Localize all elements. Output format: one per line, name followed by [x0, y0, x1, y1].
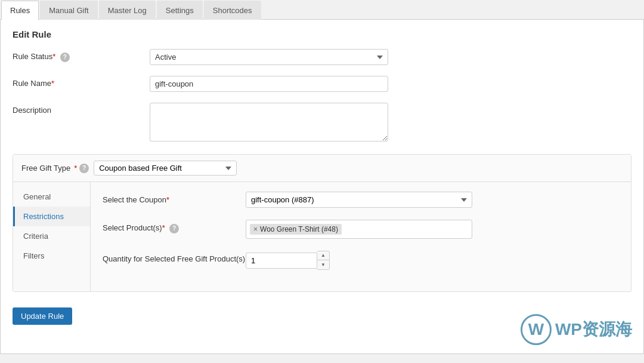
select-coupon-select[interactable]: gift-coupon (#887): [246, 192, 472, 208]
select-products-help-icon[interactable]: ?: [169, 224, 179, 233]
update-rule-button[interactable]: Update Rule: [13, 307, 72, 325]
gift-panel-header: Free Gift Type * ? Coupon based Free Gif…: [13, 155, 631, 182]
sidebar-item-general[interactable]: General: [13, 187, 90, 207]
description-field: [150, 103, 631, 143]
gift-type-help-icon[interactable]: ?: [79, 164, 89, 173]
select-products-label: Select Product(s)* ?: [103, 220, 246, 233]
select-coupon-field: gift-coupon (#887): [246, 192, 619, 208]
rule-status-row: Rule Status* ? Active Inactive: [13, 49, 631, 65]
tabs-bar: Rules Manual Gift Master Log Settings Sh…: [0, 0, 644, 20]
tab-rules[interactable]: Rules: [1, 1, 39, 20]
select-coupon-row: Select the Coupon* gift-coupon (#887): [103, 192, 619, 208]
sidebar-item-filters[interactable]: Filters: [13, 246, 90, 266]
wp-logo: W: [521, 314, 552, 345]
gift-type-label: Free Gift Type: [21, 164, 70, 173]
description-label: Description: [13, 103, 150, 115]
rule-status-label: Rule Status* ?: [13, 49, 150, 62]
tab-settings[interactable]: Settings: [157, 1, 203, 20]
sidebar-item-restrictions[interactable]: Restrictions: [13, 207, 90, 226]
side-nav: General Restrictions Criteria Filters: [13, 182, 91, 291]
content-area: Edit Rule Rule Status* ? Active Inactive…: [0, 20, 644, 354]
qty-field: ▲ ▼: [246, 251, 619, 270]
product-tag-remove[interactable]: ×: [253, 225, 258, 233]
description-textarea[interactable]: [150, 103, 388, 141]
tab-shortcodes[interactable]: Shortcodes: [204, 1, 261, 20]
sidebar-item-criteria[interactable]: Criteria: [13, 226, 90, 246]
select-products-row: Select Product(s)* ? × Woo Green T-Shirt…: [103, 220, 619, 239]
qty-input[interactable]: [246, 253, 317, 269]
description-row: Description: [13, 103, 631, 143]
qty-spin-down[interactable]: ▼: [317, 260, 329, 269]
rule-status-select[interactable]: Active Inactive: [150, 49, 388, 65]
qty-spinners: ▲ ▼: [317, 251, 330, 270]
qty-wrapper: ▲ ▼: [246, 251, 619, 270]
qty-label: Quantity for Selected Free Gift Product(…: [103, 251, 246, 263]
qty-spin-up[interactable]: ▲: [317, 251, 329, 260]
products-tag-input[interactable]: × Woo Green T-Shirt (#48): [246, 220, 472, 239]
rule-name-row: Rule Name*: [13, 76, 631, 92]
select-products-field: × Woo Green T-Shirt (#48): [246, 220, 619, 239]
qty-row: Quantity for Selected Free Gift Product(…: [103, 251, 619, 270]
rule-status-field: Active Inactive: [150, 49, 631, 65]
page-title: Edit Rule: [13, 29, 631, 39]
product-tag: × Woo Green T-Shirt (#48): [250, 224, 342, 235]
rule-status-help-icon[interactable]: ?: [60, 53, 70, 62]
watermark: W WP资源海: [521, 314, 632, 345]
select-coupon-label: Select the Coupon*: [103, 192, 246, 204]
rule-name-field: [150, 76, 631, 92]
rule-name-label: Rule Name*: [13, 76, 150, 88]
gift-panel: Free Gift Type * ? Coupon based Free Gif…: [13, 154, 631, 292]
gift-panel-body: General Restrictions Criteria Filters: [13, 182, 631, 291]
tab-manual-gift[interactable]: Manual Gift: [40, 1, 97, 20]
panel-content: Select the Coupon* gift-coupon (#887) Se…: [91, 182, 631, 291]
rule-name-input[interactable]: [150, 76, 388, 92]
watermark-text: WP资源海: [555, 318, 632, 341]
tab-master-log[interactable]: Master Log: [99, 1, 156, 20]
gift-type-select[interactable]: Coupon based Free Gift Cart based Free G…: [94, 161, 237, 176]
